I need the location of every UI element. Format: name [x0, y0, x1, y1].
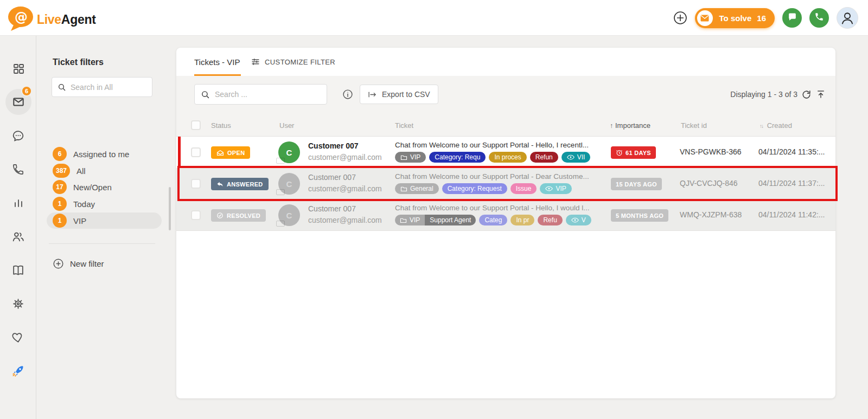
- info-icon[interactable]: [342, 89, 353, 102]
- folder-icon: [400, 186, 407, 192]
- calls-button[interactable]: [809, 8, 829, 28]
- bar-chart-icon: [12, 196, 25, 209]
- column-header-user[interactable]: User: [279, 121, 294, 130]
- search-icon: [201, 90, 210, 99]
- tag-vip[interactable]: VIP: [395, 152, 426, 163]
- new-filter-button[interactable]: New filter: [53, 258, 104, 269]
- phone-icon: [814, 12, 824, 24]
- column-header-ticket-id[interactable]: Ticket id: [681, 121, 707, 130]
- dashboard-grid-icon: [12, 62, 25, 75]
- filters-search-input[interactable]: [71, 83, 146, 92]
- tickets-search-input[interactable]: [215, 90, 318, 99]
- sidebar-item-calls[interactable]: [0, 156, 36, 182]
- filter-item-today[interactable]: 1 Today: [47, 196, 162, 212]
- filter-label: Today: [73, 199, 95, 209]
- filter-item-vip[interactable]: 1 VIP: [47, 212, 162, 229]
- sidebar-item-reports[interactable]: [0, 190, 36, 216]
- select-all-checkbox[interactable]: [191, 120, 201, 130]
- phone-icon: [12, 163, 24, 176]
- filter-count-badge: 6: [53, 147, 67, 161]
- sidebar-item-settings[interactable]: [0, 291, 36, 317]
- tag-in-process[interactable]: In pr: [510, 215, 534, 225]
- column-header-importance[interactable]: ↑Importance: [610, 121, 650, 130]
- filter-count-badge: 387: [53, 164, 70, 178]
- table-row[interactable]: RESOLVED C Customer 007 customer@gmail.c…: [176, 199, 835, 231]
- avatar: C: [278, 141, 300, 163]
- tab-label: CUSTOMIZE FILTER: [265, 58, 335, 66]
- add-new-icon[interactable]: [673, 11, 687, 25]
- tag-category[interactable]: Categ: [479, 215, 507, 225]
- scroll-to-top-icon[interactable]: [816, 89, 826, 101]
- export-to-csv-button[interactable]: Export to CSV: [360, 85, 438, 104]
- app-header: @ LiveAgent To solve 16: [0, 0, 868, 36]
- row-checkbox[interactable]: [191, 210, 201, 220]
- filter-count-badge: 17: [53, 180, 67, 194]
- table-row[interactable]: ANSWERED C Customer 007 customer@gmail.c…: [176, 168, 835, 199]
- ticket-id: VNS-PGWKB-366: [680, 147, 742, 156]
- status-badge: OPEN: [211, 146, 250, 159]
- column-header-created[interactable]: ↑↓ Created: [760, 121, 792, 130]
- sidebar-item-knowledgebase[interactable]: [0, 257, 36, 283]
- tab-tickets-vip[interactable]: Tickets - VIP: [194, 48, 240, 76]
- user-name: Customer 007: [308, 173, 356, 182]
- tag-general[interactable]: General: [395, 183, 439, 194]
- sidebar-item-favorites[interactable]: [0, 324, 36, 350]
- sidebar-item-customers[interactable]: [0, 223, 36, 249]
- tag-category[interactable]: Category: Request: [442, 183, 507, 194]
- sidebar-item-dashboard[interactable]: [0, 56, 36, 82]
- sidebar-item-tickets[interactable]: 6: [0, 89, 36, 115]
- tag-refund[interactable]: Refun: [530, 152, 558, 163]
- ticket-tags: VIP Support Agent Categ In pr Refu V: [395, 215, 591, 225]
- tag-vip-watch[interactable]: V: [566, 215, 591, 225]
- ticket-subject[interactable]: Chat from Welcome to our Support Portal …: [395, 141, 589, 149]
- to-solve-button[interactable]: To solve 16: [695, 8, 775, 28]
- liveagent-logo[interactable]: @ LiveAgent: [7, 5, 96, 34]
- created-date: 04/11/2024 11:35:...: [758, 147, 825, 156]
- tabs-bar: Tickets - VIP CUSTOMIZE FILTER: [176, 48, 835, 76]
- user-avatar[interactable]: [837, 7, 858, 29]
- sort-both-icon: ↑↓: [760, 123, 763, 129]
- user-name: Customer 007: [308, 141, 359, 150]
- tag-issue[interactable]: Issue: [510, 183, 537, 194]
- tag-vip-watch[interactable]: VII: [561, 152, 591, 163]
- tag-vip-watch[interactable]: VIP: [540, 183, 571, 194]
- ticket-subject[interactable]: Chat from Welcome to our Support Portal …: [395, 204, 589, 212]
- filter-count-badge: 1: [53, 197, 67, 211]
- refresh-icon[interactable]: [801, 89, 812, 102]
- filter-label: VIP: [73, 216, 86, 225]
- tag-in-process[interactable]: In proces: [489, 152, 526, 163]
- tag-refund[interactable]: Refu: [538, 215, 562, 225]
- flag-icon: [276, 221, 285, 227]
- liveagent-bubble-icon: @: [7, 5, 34, 34]
- divider: [49, 243, 155, 244]
- row-checkbox[interactable]: [191, 147, 201, 157]
- ticket-subject[interactable]: Chat from Welcome to our Support Portal …: [395, 172, 589, 181]
- envelope-icon: [11, 95, 25, 109]
- tag-category[interactable]: Category: Requ: [429, 152, 486, 163]
- tag-vip-support-agent[interactable]: VIP Support Agent: [395, 215, 476, 225]
- chat-dots-icon: [11, 129, 25, 143]
- filter-item-all[interactable]: 387 All: [47, 163, 162, 179]
- tickets-search-box[interactable]: [194, 84, 327, 105]
- row-checkbox[interactable]: [191, 179, 201, 189]
- chats-button[interactable]: [782, 8, 802, 28]
- sidebar-item-chats[interactable]: [0, 123, 36, 149]
- filters-search-box[interactable]: [52, 77, 152, 97]
- filter-item-new-open[interactable]: 17 New/Open: [47, 179, 162, 195]
- filter-item-assigned-to-me[interactable]: 6 Assigned to me: [47, 146, 162, 162]
- customers-icon: [11, 230, 25, 243]
- eye-icon: [571, 217, 579, 223]
- tab-customize-filter[interactable]: CUSTOMIZE FILTER: [251, 48, 335, 76]
- filter-label: All: [76, 166, 86, 176]
- ticket-id: QJV-CVCJQ-846: [680, 179, 738, 188]
- column-header-status[interactable]: Status: [211, 121, 231, 130]
- sidebar-item-getting-started[interactable]: [0, 358, 36, 384]
- book-icon: [11, 263, 25, 277]
- status-badge: ANSWERED: [211, 178, 269, 190]
- sliders-icon: [251, 57, 260, 67]
- user-email: customer@gmail.com: [308, 184, 382, 193]
- column-header-ticket[interactable]: Ticket: [395, 121, 413, 130]
- scrollbar-thumb[interactable]: [169, 187, 171, 230]
- search-icon: [58, 83, 66, 92]
- table-row[interactable]: OPEN C Customer 007 customer@gmail.com C…: [176, 137, 835, 168]
